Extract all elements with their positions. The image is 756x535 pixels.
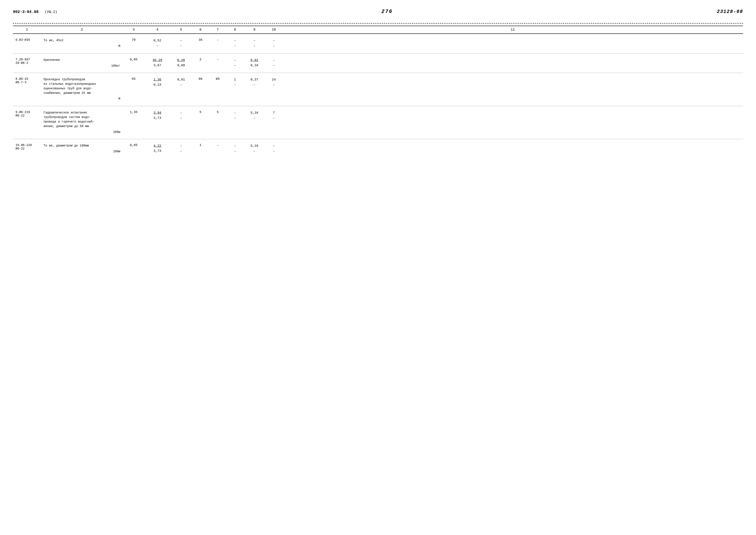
header-left: 902-3-84.88 (УШ.2) (13, 10, 57, 14)
row-col7: И5 (209, 73, 226, 103)
row-col7: 5 (209, 106, 226, 136)
row-col7: – (209, 139, 226, 155)
row-col9: 5,16– (244, 106, 265, 136)
row-col11 (283, 34, 743, 50)
row-col4: 36,293,67 (145, 53, 170, 70)
row-col10: –– (265, 53, 283, 70)
col-header-7: 7 (209, 26, 226, 34)
col-header-4: 4 (145, 26, 170, 34)
row-col4: 3,943,73 (145, 106, 170, 136)
col-header-5: 5 (170, 26, 192, 34)
row-col9: 6,020,10 (244, 53, 265, 70)
main-table: 1 2 3 4 5 6 7 8 9 (13, 26, 743, 158)
row-col6: 2 (192, 53, 209, 70)
row-col11 (283, 139, 743, 155)
row-col3: 70 (123, 34, 145, 50)
row-col6: 1 (192, 139, 209, 155)
doc-sub: (УШ.2) (45, 10, 57, 14)
row-col7: – (209, 34, 226, 50)
table-row: 7.20-697 20-И8-2Крепление100кг0,0536,293… (13, 53, 743, 70)
row-id: 9.И6-219 И6-22 (13, 106, 41, 136)
row-col3: 1,35 (123, 106, 145, 136)
row-col5: –– (170, 139, 192, 155)
row-id: 8.И6-43 И6-7-3 (13, 73, 41, 103)
row-col8: –– (226, 106, 244, 136)
header-center: 276 (381, 9, 392, 14)
row-col8: –– (226, 34, 244, 50)
row-col10: 7– (265, 106, 283, 136)
header-right: 23128-08 (717, 9, 743, 14)
row-col10: –– (265, 139, 283, 155)
row-col8: –– (226, 53, 244, 70)
row-id: 10.И6-220 И6-22 (13, 139, 41, 155)
col-header-1: 1 (13, 26, 41, 34)
row-col5: –– (170, 34, 192, 50)
row-col9: 5,16– (244, 139, 265, 155)
row-id: 6.ИЗ-И35 (13, 34, 41, 50)
row-description: Крепление100кг (41, 53, 123, 70)
row-col4: 0,52– (145, 34, 170, 50)
table-row: 10.И6-220 И6-22То же, диаметром до 100мм… (13, 139, 743, 155)
row-col10: –– (265, 34, 283, 50)
row-col5: 0,01– (170, 73, 192, 103)
row-col11 (283, 73, 743, 103)
row-col6: 88 (192, 73, 209, 103)
top-divider (13, 23, 743, 23)
row-col8: –– (226, 139, 244, 155)
row-col5: 0,260,08 (170, 53, 192, 70)
col-header-3: 3 (123, 26, 145, 34)
row-col7: – (209, 53, 226, 70)
row-col9: 0,37– (244, 73, 265, 103)
row-col3: 0,05 (123, 53, 145, 70)
row-col4: 1,360,23 (145, 73, 170, 103)
row-description: Гидравлическое испытание трубопроводов с… (41, 106, 123, 136)
col-header-9: 9 (244, 26, 265, 34)
col-header-2: 2 (41, 26, 123, 34)
row-col8: 1– (226, 73, 244, 103)
row-col3: 0,05 (123, 139, 145, 155)
col-header-10: 10 (265, 26, 283, 34)
row-col11 (283, 106, 743, 136)
row-col6: 36 (192, 34, 209, 50)
table-row: 8.И6-43 И6-7-3Прокладка трубопроводов из… (13, 73, 743, 103)
table-row: 9.И6-219 И6-22Гидравлическое испытание т… (13, 106, 743, 136)
page-header: 902-3-84.88 (УШ.2) 276 23128-08 (13, 9, 743, 16)
row-col10: 24– (265, 73, 283, 103)
doc-number: 902-3-84.88 (13, 10, 39, 14)
row-description: То же, диаметром до 100мм100м (41, 139, 123, 155)
row-description: Прокладка трубопроводов из стальных водо… (41, 73, 123, 103)
table-row: 6.ИЗ-И35То же, 45х2М700,52–––36––––––– (13, 34, 743, 50)
row-col9: –– (244, 34, 265, 50)
row-col4: 4,223,73 (145, 139, 170, 155)
row-col5: –– (170, 106, 192, 136)
col-header-8: 8 (226, 26, 244, 34)
col-header-11: 11 (283, 26, 743, 34)
row-col11 (283, 53, 743, 70)
column-header-row: 1 2 3 4 5 6 7 8 9 (13, 26, 743, 34)
row-description: То же, 45х2М (41, 34, 123, 50)
row-id: 7.20-697 20-И8-2 (13, 53, 41, 70)
col-header-6: 6 (192, 26, 209, 34)
row-col6: 5 (192, 106, 209, 136)
row-col3: 65 (123, 73, 145, 103)
